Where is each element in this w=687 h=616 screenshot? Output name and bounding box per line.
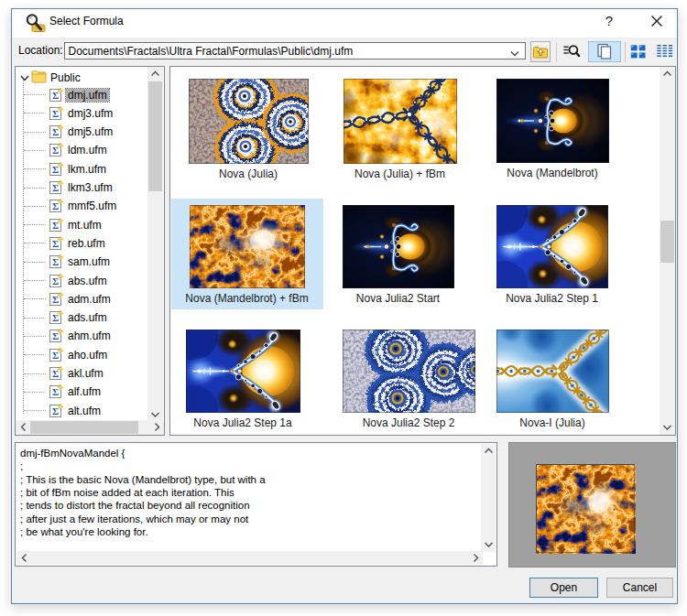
svg-text:Σ: Σ	[52, 368, 59, 379]
svg-text:Σ: Σ	[52, 145, 59, 156]
svg-text:Σ: Σ	[52, 330, 59, 341]
svg-text:Σ: Σ	[52, 312, 59, 323]
svg-text:Σ: Σ	[52, 256, 59, 267]
svg-text:Σ: Σ	[52, 90, 59, 101]
svg-text:Σ: Σ	[52, 200, 59, 211]
svg-text:Σ: Σ	[52, 350, 59, 361]
svg-text:Σ: Σ	[52, 386, 59, 397]
svg-text:Σ: Σ	[52, 238, 59, 249]
svg-text:Σ: Σ	[52, 220, 59, 231]
svg-text:Σ: Σ	[52, 164, 59, 175]
svg-text:Σ: Σ	[52, 108, 59, 119]
svg-text:Σ: Σ	[52, 294, 59, 305]
svg-text:Σ: Σ	[52, 276, 59, 286]
svg-text:Σ: Σ	[52, 405, 59, 416]
svg-text:Σ: Σ	[52, 126, 59, 137]
svg-text:Σ: Σ	[52, 182, 59, 193]
